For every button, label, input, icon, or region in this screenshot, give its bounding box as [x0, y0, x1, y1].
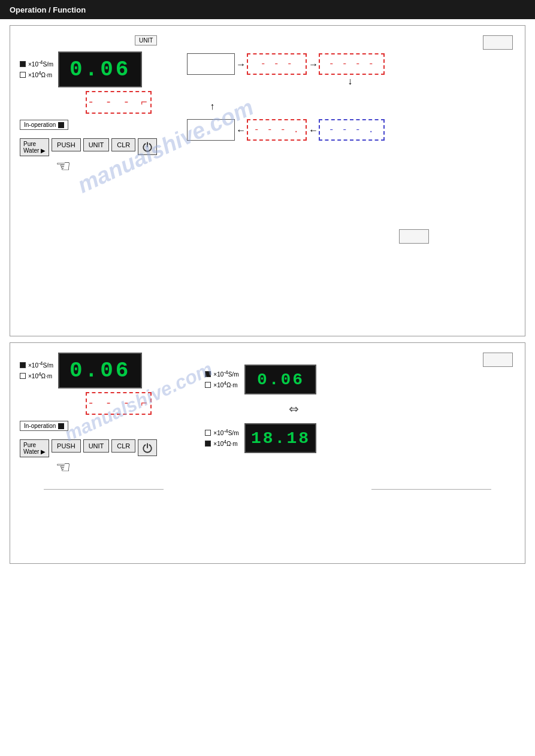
- unit2-label-2: ×104Ω·m: [28, 371, 52, 381]
- unit-button-2[interactable]: UNIT: [83, 439, 110, 453]
- unit1-indicator-1: [20, 61, 26, 67]
- unit-labels-1: ×10-4S/m ×104Ω·m: [20, 59, 53, 81]
- in-operation-indicator-1: [58, 122, 64, 128]
- unit-label-box-top-right-1: [483, 35, 513, 50]
- section-2: manualshive.com ×10-4S/m ×104Ω·m 0.06: [10, 342, 525, 564]
- device-left-panel: UNIT ×10-4S/m ×104Ω·m 0.06: [20, 35, 157, 176]
- pure-water-button-1[interactable]: Pure Water ▶: [20, 138, 49, 156]
- unit2-indicator-r2: [205, 441, 211, 447]
- button-row-2: Pure Water ▶ PUSH UNIT CLR: [20, 439, 157, 457]
- clr-button-1[interactable]: CLR: [111, 138, 135, 151]
- in-operation-indicator-2: [58, 423, 64, 429]
- header-bar: Operation / Function: [0, 0, 535, 19]
- push-button-2[interactable]: PUSH: [52, 439, 81, 453]
- push-button-1[interactable]: PUSH: [52, 138, 81, 151]
- power-icon-1: [142, 141, 153, 152]
- power-button-2[interactable]: [138, 439, 157, 456]
- unit-button-1[interactable]: UNIT: [83, 138, 110, 151]
- unit-labels-2: ×10-4S/m ×104Ω·m: [20, 360, 53, 382]
- lcd-right-2: 18.18: [244, 423, 316, 453]
- lcd-main-1: 0.06: [58, 51, 142, 87]
- unit1-indicator-2: [20, 362, 26, 368]
- unit2-indicator-1: [20, 72, 26, 78]
- in-operation-badge-2: In-operation: [20, 421, 68, 431]
- lcd-main-2: 0.06: [58, 353, 142, 388]
- dashed-display-2: - - - ⌐: [86, 392, 152, 415]
- flow-arrow-4: ←: [309, 125, 318, 136]
- in-operation-label-1: In-operation: [24, 122, 56, 128]
- unit-label-box-top-right-2: [483, 353, 513, 367]
- hand-cursor-2: ☜: [56, 457, 157, 477]
- footer-line-right: [371, 489, 491, 492]
- mid-right-box: [399, 229, 429, 244]
- unit1-label-1: ×10-4S/m: [28, 59, 53, 69]
- power-button-1[interactable]: [138, 138, 157, 155]
- flow-dashed-2: - - - -: [319, 53, 385, 75]
- flow-dashed-3: - - - .: [247, 119, 307, 141]
- flow-arrow-3: ←: [236, 125, 246, 136]
- unit1-indicator-r1: [205, 371, 211, 377]
- flow-dashed-1: - - -: [247, 53, 307, 75]
- section-1: manualshive.com UNIT ×10-4S/m: [10, 25, 525, 336]
- in-operation-badge-1: In-operation: [20, 120, 68, 130]
- hand-cursor-1: ☜: [56, 156, 157, 176]
- device-left-panel-2: ×10-4S/m ×104Ω·m 0.06 - - - ⌐: [20, 353, 157, 477]
- flow-box-1: [187, 53, 235, 75]
- unit-label-box-1: UNIT: [135, 35, 157, 45]
- unit1-indicator-r2: [205, 430, 211, 436]
- unit2-indicator-r1: [205, 382, 211, 388]
- bi-arrow: ⇔: [271, 402, 316, 416]
- button-row-1: Pure Water ▶ PUSH UNIT CLR: [20, 138, 157, 156]
- unit-labels-right-1: ×10-4S/m ×104Ω·m: [205, 369, 238, 391]
- unit2-label-1: ×104Ω·m: [28, 69, 52, 80]
- flow-arrow-2: →: [309, 59, 318, 70]
- flow-arrow-down: ↓: [347, 76, 352, 87]
- lcd-right-1: 0.06: [244, 365, 316, 394]
- flow-diagram-1: → - - - → - - - - ↓ ↑ ← - - - . ← - - - …: [187, 53, 515, 185]
- dashed-display-1: - - - ⌐: [86, 91, 152, 114]
- flow-box-2: [187, 119, 235, 141]
- flow-dashed-4: - - - .: [319, 119, 385, 141]
- footer-line-left: [44, 489, 164, 492]
- unit1-label-2: ×10-4S/m: [28, 360, 53, 371]
- flow-arrow-1: →: [236, 59, 246, 70]
- in-operation-label-2: In-operation: [24, 423, 56, 429]
- header-title: Operation / Function: [10, 5, 86, 14]
- clr-button-2[interactable]: CLR: [111, 439, 135, 453]
- pure-water-button-2[interactable]: Pure Water ▶: [20, 439, 49, 457]
- right-display-area: ×10-4S/m ×104Ω·m 0.06 ⇔: [205, 365, 316, 453]
- flow-arrow-up: ↑: [210, 101, 214, 112]
- unit2-indicator-2: [20, 373, 26, 379]
- power-icon-2: [142, 442, 153, 453]
- unit-labels-right-2: ×10-4S/m ×104Ω·m: [205, 427, 238, 450]
